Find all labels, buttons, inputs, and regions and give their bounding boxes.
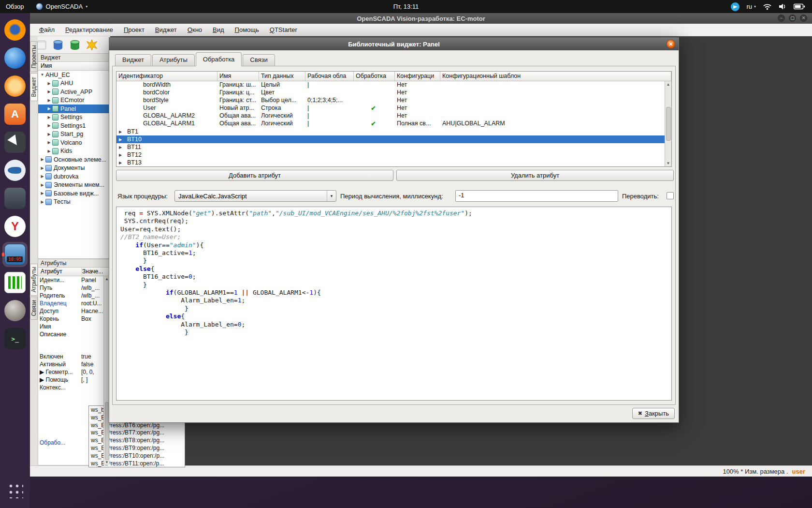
menu-Проект[interactable]: Проект [118,24,150,35]
dock-icon-photos[interactable] [2,74,28,99]
tree-item-Panel[interactable]: ▶Panel [38,105,110,113]
scroll-down-icon[interactable]: ▼ [105,460,109,464]
tab-links[interactable]: Связи [30,297,38,320]
expand-arrow-icon[interactable]: ▶ [39,191,45,195]
tree-item-Документы[interactable]: ▶Документы [38,164,110,173]
tree-item-dubrovka[interactable]: ▶dubrovka [38,172,110,181]
scroll-down-icon[interactable]: ▼ [667,161,670,165]
dock-icon-screenshot-tool[interactable] [2,130,28,155]
attr-row-Активный[interactable]: Активныйfalse [38,360,110,368]
battery-icon[interactable] [794,3,805,10]
column-header-Конфигураци[interactable]: Конфигураци [395,72,440,81]
attr-table-row-bordStyle[interactable]: bordStyleГраница: ст...Выбор цел...0;1;2… [116,97,671,105]
menu-Помощь[interactable]: Помощь [230,24,264,35]
dock-icon-libreoffice-calc[interactable] [2,270,28,295]
attr-row-Геометр...[interactable]: ▶ Геометр...[0, 0, [38,368,110,376]
menu-QTStarter[interactable]: QTStarter [264,24,303,35]
expand-arrow-icon[interactable]: ▶ [46,123,52,128]
attr-table-row-User[interactable]: UserНовый атр...Строка|✔Нет [116,105,671,112]
expand-arrow-icon[interactable]: ▶ [39,166,45,170]
dialog-close-action-button[interactable]: ✖ Закрыть [632,408,675,419]
dock-icon-gimp[interactable] [2,298,28,323]
dock-icon-thunderbird[interactable] [2,45,28,71]
tree-item-AHU_EC[interactable]: ▼AHU_EC [38,71,110,79]
attr-group-row-BT1[interactable]: ▶BT1 [116,128,671,135]
dialog-tab-Обработка[interactable]: Обработка [196,52,242,66]
attr-row-Корень[interactable]: КореньBox [38,315,110,323]
column-header-Имя[interactable]: Имя [218,72,259,81]
tree-item-Kids[interactable]: ▶Kids [38,147,110,156]
scroll-up-icon[interactable]: ▲ [105,277,109,281]
tab-widget[interactable]: Виджет [30,73,38,101]
table-scrollbar[interactable]: ▲ ▼ [665,81,671,166]
column-header-Идентификатор[interactable]: Идентификатор [116,72,218,81]
expand-arrow-icon[interactable]: ▶ [46,140,52,145]
language-indicator[interactable]: ru ▾ [746,3,756,10]
procedure-code-editor[interactable]: req = SYS.XMLNode("get").setAttr("path",… [116,207,672,401]
tree-item-AHU[interactable]: ▶AHU [38,79,110,88]
expand-arrow-icon[interactable]: ▶ [46,106,52,111]
menu-Файл[interactable]: Файл [34,24,60,35]
attr-table-row-bordWidth[interactable]: bordWidthГраница: ш...Целый|Нет [116,81,671,89]
attr-group-row-BT12[interactable]: ▶BT12 [116,151,671,159]
scroll-up-icon[interactable]: ▲ [667,82,670,87]
attr-group-row-BT13[interactable]: ▶BT13 [116,159,671,166]
tree-item-Элементы мнем...[interactable]: ▶Элементы мнем... [38,181,110,190]
tree-item-Settings[interactable]: ▶Settings [38,113,110,122]
menu-Виджет[interactable]: Виджет [150,24,182,35]
expand-arrow-icon[interactable]: ▶ [46,81,52,86]
tab-attributes[interactable]: Атрибуты [30,264,38,296]
wifi-icon[interactable] [763,3,772,10]
tree-name-header[interactable]: Имя [38,62,110,71]
menu-Вид[interactable]: Вид [207,24,230,35]
activities-button[interactable]: Обзор [0,0,30,13]
column-header-Тип данных[interactable]: Тип данных [259,72,305,81]
tree-item-Active_APP[interactable]: ▶Active_APP [38,88,110,96]
column-header-Рабочая обла[interactable]: Рабочая обла [305,72,354,81]
attr-row-Иденти...[interactable]: Иденти...Panel [38,276,110,284]
expand-arrow-icon[interactable]: ▶ [119,130,125,134]
dock-icon-firefox[interactable] [2,17,28,43]
vision-run-button[interactable] [86,39,98,51]
tree-item-Volcano[interactable]: ▶Volcano [38,138,110,147]
expand-arrow-icon[interactable]: ▼ [39,73,45,77]
attr-row-Включен[interactable]: Включенtrue [38,353,110,360]
scroll-thumb[interactable] [666,107,671,141]
expand-arrow-icon[interactable]: ▶ [119,137,125,142]
attr-row-Описание[interactable]: Описание [38,330,110,353]
app-menu[interactable]: OpenSCADA ▾ [30,0,94,13]
calc-period-input[interactable]: -1 [455,190,618,202]
dock-icon-openscada[interactable]: 10:95 [2,242,28,267]
tree-item-Settings1[interactable]: ▶Settings1 [38,121,110,130]
expand-arrow-icon[interactable]: ▶ [46,115,52,120]
dock-icon-show-applications[interactable] [2,478,28,503]
attr-row-Путь[interactable]: Путь/wlb_... [38,284,110,292]
db-load-button[interactable] [52,39,64,51]
expand-arrow-icon[interactable]: ▶ [39,174,45,179]
dialog-tab-Виджет[interactable]: Виджет [115,54,151,66]
attr-group-row-BT10[interactable]: ▶BT10 [116,135,671,143]
window-titlebar[interactable]: OpenSCADA Vision-разработка: EC-motor – … [30,13,812,24]
tree-item-Start_pg[interactable]: ▶Start_pg [38,130,110,139]
attr-row-Помощь[interactable]: ▶ Помощь[, ] [38,376,110,384]
expand-arrow-icon[interactable]: ▶ [39,183,45,187]
telegram-icon[interactable] [731,2,740,11]
expand-arrow-icon[interactable]: ▶ [119,145,125,149]
attr-row-Доступ[interactable]: ДоступНасле... [38,307,110,315]
procedure-language-select[interactable]: JavaLikeCalc.JavaScript ▼ [174,190,336,202]
expand-arrow-icon[interactable]: ▶ [46,149,52,153]
expand-arrow-icon[interactable]: ▶ [39,157,45,162]
tree-item-Базовые видж...[interactable]: ▶Базовые видж... [38,189,110,198]
attr-table-row-bordColor[interactable]: bordColorГраница: ц...ЦветНет [116,89,671,97]
expand-arrow-icon[interactable]: ▶ [46,132,52,136]
attr-group-row-BT11[interactable]: ▶BT11 [116,143,671,151]
tree-item-Тесты[interactable]: ▶Тесты [38,198,110,207]
dialog-titlebar[interactable]: Библиотечный виджет: Panel ✕ [109,38,679,50]
db-save-button[interactable] [69,39,81,51]
dock-icon-terminal[interactable]: >_ [2,326,28,351]
tree-item-Основные элеме...[interactable]: ▶Основные элеме... [38,155,110,164]
expand-arrow-icon[interactable]: ▶ [46,90,52,94]
clock[interactable]: Пт, 13:11 [388,0,425,13]
translate-checkbox[interactable] [667,192,674,199]
close-button[interactable]: ✕ [800,15,807,22]
